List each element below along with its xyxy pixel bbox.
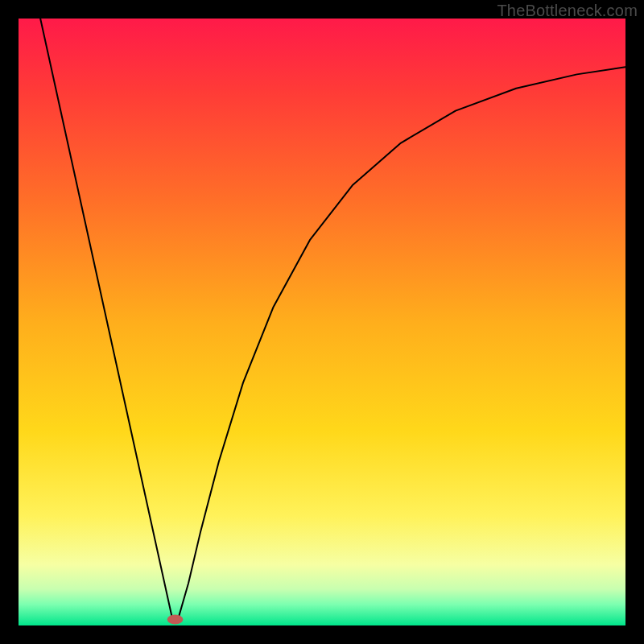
bottleneck-chart: [19, 19, 625, 625]
watermark-text: TheBottleneck.com: [497, 2, 638, 20]
chart-frame: [19, 19, 625, 625]
gradient-background: [19, 19, 625, 625]
optimal-point-marker: [167, 614, 184, 624]
